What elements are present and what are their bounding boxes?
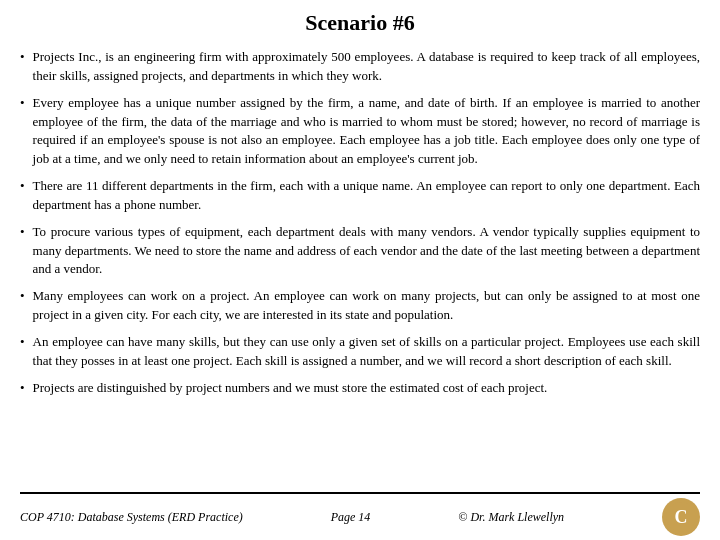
- bullet-dot: •: [20, 224, 25, 240]
- list-item: •Projects are distinguished by project n…: [20, 379, 700, 398]
- footer: COP 4710: Database Systems (ERD Practice…: [20, 492, 700, 540]
- list-item: •An employee can have many skills, but t…: [20, 333, 700, 371]
- list-item: •There are 11 different departments in t…: [20, 177, 700, 215]
- svg-text:C: C: [674, 507, 687, 527]
- bullet-text: Projects Inc., is an engineering firm wi…: [33, 48, 700, 86]
- bullet-dot: •: [20, 95, 25, 111]
- footer-copyright: © Dr. Mark Llewellyn: [458, 510, 564, 525]
- content-area: •Projects Inc., is an engineering firm w…: [20, 48, 700, 492]
- list-item: •Every employee has a unique number assi…: [20, 94, 700, 169]
- footer-page: Page 14: [331, 510, 371, 525]
- bullet-text: Every employee has a unique number assig…: [33, 94, 700, 169]
- page-title: Scenario #6: [20, 10, 700, 36]
- bullet-dot: •: [20, 178, 25, 194]
- footer-course: COP 4710: Database Systems (ERD Practice…: [20, 510, 243, 525]
- bullet-text: There are 11 different departments in th…: [33, 177, 700, 215]
- list-item: •To procure various types of equipment, …: [20, 223, 700, 280]
- bullet-dot: •: [20, 49, 25, 65]
- footer-text-row: COP 4710: Database Systems (ERD Practice…: [20, 498, 700, 536]
- list-item: •Many employees can work on a project. A…: [20, 287, 700, 325]
- bullet-dot: •: [20, 334, 25, 350]
- bullet-text: An employee can have many skills, but th…: [33, 333, 700, 371]
- bullet-dot: •: [20, 380, 25, 396]
- bullet-text: Projects are distinguished by project nu…: [33, 379, 548, 398]
- bullet-text: To procure various types of equipment, e…: [33, 223, 700, 280]
- footer-logo: C: [662, 498, 700, 536]
- page: Scenario #6 •Projects Inc., is an engine…: [0, 0, 720, 540]
- bullet-text: Many employees can work on a project. An…: [33, 287, 700, 325]
- bullet-dot: •: [20, 288, 25, 304]
- list-item: •Projects Inc., is an engineering firm w…: [20, 48, 700, 86]
